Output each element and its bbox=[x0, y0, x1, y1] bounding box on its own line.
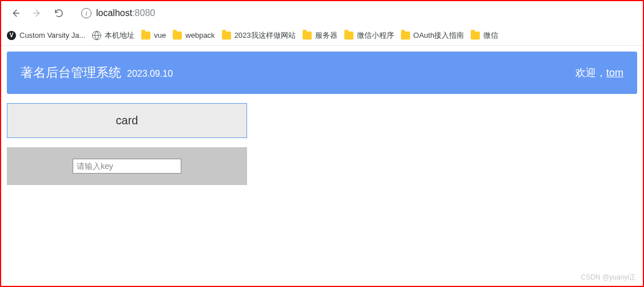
bookmark-2023-site[interactable]: 2023我这样做网站 bbox=[222, 30, 296, 41]
card-label: card bbox=[116, 114, 138, 127]
header-date: 2023.09.10 bbox=[127, 69, 173, 79]
bookmark-custom-varsity[interactable]: V Custom Varsity Ja... bbox=[7, 31, 85, 40]
bookmark-local[interactable]: 本机地址 bbox=[92, 30, 134, 41]
bookmark-label: 2023我这样做网站 bbox=[234, 30, 296, 41]
folder-icon bbox=[471, 32, 480, 40]
watermark: CSDN @yuanyi正 bbox=[581, 273, 636, 282]
welcome-text: 欢迎， bbox=[575, 67, 606, 78]
header-right: 欢迎，tom bbox=[575, 66, 623, 80]
input-panel bbox=[7, 147, 247, 185]
bookmark-label: 服务器 bbox=[315, 30, 337, 41]
bookmark-label: webpack bbox=[185, 31, 214, 40]
address-bar[interactable]: i localhost:8080 bbox=[74, 3, 638, 23]
bookmark-label: OAuth接入指南 bbox=[414, 30, 464, 41]
bookmark-wechat[interactable]: 微信 bbox=[471, 30, 498, 41]
bookmark-oauth[interactable]: OAuth接入指南 bbox=[401, 30, 464, 41]
bookmarks-bar: V Custom Varsity Ja... 本机地址 vue webpack … bbox=[1, 25, 643, 46]
bookmark-label: 微信小程序 bbox=[357, 30, 394, 41]
header-left: 著名后台管理系统 2023.09.10 bbox=[21, 64, 173, 81]
bookmark-label: vue bbox=[154, 31, 166, 40]
bookmark-vue[interactable]: vue bbox=[141, 31, 166, 40]
bookmark-label: Custom Varsity Ja... bbox=[19, 31, 85, 40]
url-host: localhost bbox=[96, 8, 132, 18]
folder-icon bbox=[344, 32, 353, 40]
bookmark-server[interactable]: 服务器 bbox=[303, 30, 337, 41]
bookmark-webpack[interactable]: webpack bbox=[173, 31, 214, 40]
folder-icon bbox=[303, 32, 312, 40]
user-link[interactable]: tom bbox=[606, 67, 623, 78]
app-header: 著名后台管理系统 2023.09.10 欢迎，tom bbox=[7, 52, 637, 94]
url-port: :8080 bbox=[132, 8, 155, 18]
bookmark-label: 本机地址 bbox=[105, 30, 134, 41]
reload-button[interactable] bbox=[49, 3, 69, 23]
back-button[interactable] bbox=[6, 3, 25, 23]
folder-icon bbox=[401, 32, 410, 40]
bookmark-wechat-miniapp[interactable]: 微信小程序 bbox=[344, 30, 394, 41]
folder-icon bbox=[173, 32, 182, 40]
key-input[interactable] bbox=[73, 159, 181, 174]
bookmark-label: 微信 bbox=[483, 30, 498, 41]
card-panel: card bbox=[7, 103, 247, 138]
site-icon: V bbox=[7, 31, 16, 40]
forward-button[interactable] bbox=[27, 3, 47, 23]
arrow-left-icon bbox=[10, 8, 21, 18]
page-content: 著名后台管理系统 2023.09.10 欢迎，tom card bbox=[1, 46, 643, 191]
browser-toolbar: i localhost:8080 bbox=[1, 1, 643, 25]
arrow-right-icon bbox=[32, 8, 42, 18]
reload-icon bbox=[54, 8, 64, 18]
globe-icon bbox=[92, 31, 101, 40]
page-title: 著名后台管理系统 bbox=[21, 64, 121, 81]
folder-icon bbox=[141, 32, 150, 40]
site-info-icon[interactable]: i bbox=[81, 8, 92, 18]
url-text: localhost:8080 bbox=[96, 8, 155, 18]
folder-icon bbox=[222, 32, 231, 40]
